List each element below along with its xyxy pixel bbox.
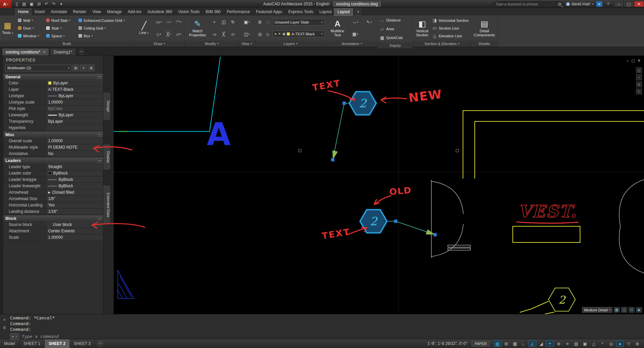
drawing-viewport[interactable]: A <box>114 56 644 314</box>
layer-properties-icon[interactable]: ≣ <box>256 19 263 26</box>
ribbon-tab[interactable]: Add-ins <box>125 8 145 15</box>
grid-icon[interactable]: ⊞ <box>502 340 510 347</box>
trim-icon[interactable]: ╳ <box>219 31 228 37</box>
ribbon-tab[interactable]: Layout <box>316 8 334 15</box>
multileader-new[interactable]: 2 <box>331 91 376 161</box>
command-input[interactable]: Type a command <box>22 334 59 339</box>
detail-components-button[interactable]: ▤ Detail Components <box>472 16 496 40</box>
open-file-icon[interactable]: ▤ <box>21 1 28 7</box>
hexagon-callout-bottom[interactable] <box>520 288 575 314</box>
pan-icon[interactable]: + <box>636 74 642 80</box>
property-row[interactable]: Plot style ▶ ByColor <box>3 106 103 112</box>
object-snap-icon[interactable]: ⌖ <box>546 340 554 347</box>
panel-label-build[interactable]: Build <box>0 41 134 47</box>
property-row[interactable]: Lineweight ▶ ByLayer <box>3 112 103 118</box>
search-icon[interactable] <box>558 3 561 6</box>
object-type-selector[interactable]: Multileader (2) ▾ <box>5 65 71 71</box>
section-tool-item[interactable]: ▭ Section Line <box>431 25 469 32</box>
layer-off-icon[interactable]: ◌ <box>264 19 271 26</box>
panel-label-view[interactable]: View ▾ <box>239 41 255 47</box>
property-row[interactable]: Attachment Center Extents <box>3 228 103 234</box>
property-row[interactable]: Leader type ▶ Straight <box>3 164 103 170</box>
build-tool-button[interactable]: Space▾ <box>45 32 76 40</box>
command-input-row[interactable]: ▸ ▾ Type a command <box>10 333 644 339</box>
panel-label-details[interactable]: Details <box>471 41 498 47</box>
file-tab[interactable]: existing conditions* ✕ <box>2 48 49 55</box>
collapse-icon[interactable]: − <box>97 158 102 163</box>
ribbon-tab[interactable]: Annotate <box>48 8 70 15</box>
layer-select[interactable]: ● ☀ ▣ A-TEXT-Black ▾ <box>273 31 325 37</box>
erase-icon[interactable]: ▱ <box>228 31 237 37</box>
drawing-canvas[interactable]: A <box>114 56 644 314</box>
property-row[interactable]: Horizontal Landing ▶ Yes <box>3 202 103 208</box>
collapse-icon[interactable]: − <box>97 75 102 79</box>
display-configuration-icon[interactable]: ◫ <box>621 307 627 313</box>
ribbon-tab[interactable]: View <box>89 8 104 15</box>
circle-icon[interactable]: ○▾ <box>164 19 174 26</box>
undo-icon[interactable]: ↶ <box>43 1 50 7</box>
ribbon-tab[interactable]: Vision Tools <box>175 8 203 15</box>
layout-tab[interactable]: Model <box>0 339 20 348</box>
layer-state-select[interactable]: Unsaved Layer State ▾ <box>273 19 325 26</box>
display-configuration-select[interactable]: Medium Detail ▾ <box>582 307 612 313</box>
viewport-scale-icon[interactable]: ▦ <box>614 307 620 313</box>
leader-icon[interactable]: ↖▾ <box>363 19 376 26</box>
layer-isolate-icon[interactable]: ◎ <box>256 31 263 37</box>
help-search-input[interactable]: Type a keyword or phrase <box>493 1 564 7</box>
ribbon-tab[interactable]: Autodesk 360 <box>144 8 175 15</box>
table-icon[interactable]: ▦▾ <box>349 31 362 37</box>
close-tab-icon[interactable]: ✕ <box>43 48 46 56</box>
group-header-block[interactable]: Block− <box>3 215 103 222</box>
viewport-minimize-icon[interactable]: – <box>627 59 629 63</box>
property-row[interactable]: Landing distance ▶ 1/16" <box>3 208 103 215</box>
property-row[interactable]: Scale 1.00000 <box>3 234 103 241</box>
layout-tab[interactable]: SHEET 3 <box>70 339 95 348</box>
multiline-text-button[interactable]: A Multiline Text <box>328 16 347 40</box>
isometric-drafting-icon[interactable]: ◢ <box>537 340 545 347</box>
ribbon-tab[interactable]: BIM 360 <box>203 8 224 15</box>
lineweight-display-icon[interactable]: ≡ <box>564 340 571 347</box>
polar-tracking-icon[interactable]: ∠ <box>529 340 536 347</box>
command-line-panel[interactable]: ✕ ≣ Command: *Cancel* Command: Command: … <box>0 314 644 339</box>
object-snap-tracking-icon[interactable]: ⊕ <box>555 340 563 347</box>
snap-icon[interactable]: ▦ <box>511 340 519 347</box>
section-tool-item[interactable]: ◨ Horizontal Section <box>431 17 469 24</box>
panel-label-layers[interactable]: Layers ▾ <box>255 41 326 47</box>
commandline-customize-icon[interactable]: ≣ <box>3 325 6 330</box>
polyline-icon[interactable]: ▭▾ <box>154 19 164 26</box>
orbit-icon[interactable]: ↻ <box>636 88 642 94</box>
property-row[interactable]: Leader lineweight ▶ ByBlock <box>3 183 103 189</box>
rotate-icon[interactable]: ↻ <box>228 19 237 26</box>
viewport-restore-icon[interactable]: ▢ <box>631 59 635 63</box>
mirror-icon[interactable]: ◅ <box>210 31 219 37</box>
viewport-config-icon[interactable]: ◫▾ <box>244 31 250 38</box>
arc-icon[interactable]: ◠▾ <box>174 19 183 26</box>
build-tool-button[interactable]: Stair▾ <box>45 25 76 32</box>
build-tool-button[interactable]: Door▾ <box>17 25 44 32</box>
select-objects-icon[interactable]: ⌖ <box>80 65 87 71</box>
build-tool-button[interactable]: Wall▾ <box>17 17 44 24</box>
property-row[interactable]: Leader color ▶ ByBlock <box>3 170 103 177</box>
ribbon-display-toggle[interactable]: ▾ <box>355 8 362 15</box>
commandline-close-icon[interactable]: ✕ <box>3 318 6 322</box>
zoom-icon[interactable]: ⊕ <box>636 81 642 87</box>
transparency-icon[interactable]: ▨ <box>572 340 580 347</box>
region-icon[interactable]: ▱▾ <box>174 31 183 37</box>
rectangle-icon[interactable]: ◇▾ <box>154 31 164 37</box>
selection-cycling-icon[interactable]: ▣ <box>581 340 589 347</box>
viewport-close-icon[interactable]: ✕ <box>638 59 641 63</box>
build-tool-button[interactable]: Ceiling Grid▾ <box>77 25 131 32</box>
new-file-icon[interactable]: ▯ <box>13 1 20 7</box>
cut-plane-icon[interactable]: ⊡ <box>629 307 635 313</box>
ortho-icon[interactable]: ∟ <box>520 340 528 347</box>
panel-label-section-elevation[interactable]: Section & Elevation ▾ <box>413 41 471 47</box>
palette-tab-display[interactable]: Display <box>103 144 111 170</box>
exchange-apps-icon[interactable]: ✕ <box>596 1 602 7</box>
build-tool-button[interactable]: Box▾ <box>77 32 131 40</box>
hatch-icon[interactable]: ╳▾ <box>164 31 174 37</box>
filter-icon[interactable]: ▽ <box>625 340 633 347</box>
copy-icon[interactable]: ◫ <box>219 19 228 26</box>
ribbon-tab[interactable]: Home <box>15 8 32 15</box>
group-header-misc[interactable]: Misc− <box>3 131 103 138</box>
ribbon-tab[interactable]: Express Tools <box>285 8 316 15</box>
